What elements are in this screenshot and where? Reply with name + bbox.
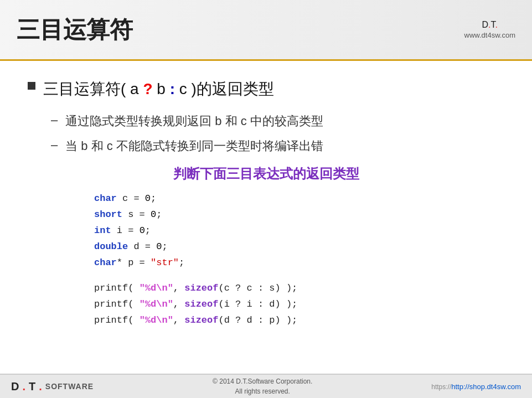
fmt-str-3: "%d\n" [140, 315, 173, 325]
footer-logo-t: T [29, 380, 35, 393]
sizeof-2: sizeof [184, 299, 218, 309]
code-block: char c = 0; short s = 0; int i = 0; doub… [94, 191, 504, 329]
footer-software-label: SOFTWARE [45, 382, 94, 391]
sub-bullets: – 通过隐式类型转换规则返回 b 和 c 中的较高类型 – 当 b 和 c 不能… [51, 112, 504, 155]
exercise-prompt: 判断下面三目表达式的返回类型 [28, 165, 504, 183]
logo-t-letter: T [491, 20, 495, 29]
sub-bullet-2: – 当 b 和 c 不能隐式转换到同一类型时将编译出错 [51, 137, 504, 155]
bullet-square-icon [28, 82, 35, 90]
code-line-2: short s = 0; [94, 207, 504, 223]
sub-bullet-1: – 通过隐式类型转换规则返回 b 和 c 中的较高类型 [51, 112, 504, 130]
sub-text-2: 当 b 和 c 不能隐式转换到同一类型时将编译出错 [65, 137, 323, 155]
logo-url: www.dt4sw.com [464, 31, 515, 39]
bullet-colon: : [170, 80, 175, 97]
footer-url-link[interactable]: http://shop.dt4sw.com [451, 383, 521, 391]
footer-url: https://http://shop.dt4sw.com [431, 383, 521, 391]
kw-char: char [94, 193, 117, 204]
header: 三目运算符 D.T. www.dt4sw.com [0, 0, 532, 61]
fmt-str-1: "%d\n" [140, 283, 173, 293]
footer-logo: D.T. SOFTWARE [11, 380, 94, 393]
kw-double: double [94, 241, 128, 252]
kw-int: int [94, 225, 111, 236]
footer-logo-d: D [11, 380, 19, 393]
main-content: 三目运算符( a ? b : c )的返回类型 – 通过隐式类型转换规则返回 b… [0, 61, 532, 334]
logo: D.T. www.dt4sw.com [464, 20, 515, 39]
code-line-5: char* p = "str"; [94, 255, 504, 271]
footer-logo-dot1: . [22, 380, 25, 393]
bullet-primary-text: 三目运算符( a ? b : c )的返回类型 [43, 77, 274, 101]
footer-logo-dot2: . [39, 380, 42, 393]
footer-copyright-line2: All rights reserved. [213, 386, 312, 396]
bullet-q-mark: ? [143, 80, 152, 97]
footer-copyright: © 2014 D.T.Software Corporation. All rig… [213, 376, 312, 396]
bullet-text-mid: b [153, 80, 170, 97]
sizeof-1: sizeof [184, 283, 218, 293]
logo-d-letter: D [482, 20, 489, 29]
bullet-primary: 三目运算符( a ? b : c )的返回类型 [28, 77, 504, 101]
footer: D.T. SOFTWARE © 2014 D.T.Software Corpor… [0, 374, 532, 398]
code-line-4: double d = 0; [94, 239, 504, 255]
sub-dash-2: – [51, 138, 58, 152]
sub-dash-1: – [51, 113, 58, 127]
code-printf-3: printf( "%d\n", sizeof(d ? d : p) ); [94, 313, 504, 329]
kw-char-ptr: char [94, 257, 117, 268]
code-printf-2: printf( "%d\n", sizeof(i ? i : d) ); [94, 297, 504, 313]
logo-text: D.T. [482, 20, 498, 30]
bullet-text-after: c )的返回类型 [175, 80, 274, 97]
fmt-str-2: "%d\n" [140, 299, 173, 309]
footer-url-gray: https:// [431, 383, 451, 391]
logo-dot2: . [495, 20, 498, 29]
code-declarations: char c = 0; short s = 0; int i = 0; doub… [94, 191, 504, 271]
footer-copyright-line1: © 2014 D.T.Software Corporation. [213, 376, 312, 386]
code-printfs: printf( "%d\n", sizeof(c ? c : s) ); pri… [94, 281, 504, 329]
str-literal: "str" [151, 257, 179, 268]
page-title: 三目运算符 [17, 14, 133, 45]
code-line-1: char c = 0; [94, 191, 504, 207]
sub-text-1: 通过隐式类型转换规则返回 b 和 c 中的较高类型 [65, 112, 323, 130]
code-line-3: int i = 0; [94, 223, 504, 239]
sizeof-3: sizeof [184, 315, 218, 325]
kw-short: short [94, 209, 122, 220]
bullet-text-before: 三目运算符( a [43, 80, 143, 97]
code-printf-1: printf( "%d\n", sizeof(c ? c : s) ); [94, 281, 504, 297]
